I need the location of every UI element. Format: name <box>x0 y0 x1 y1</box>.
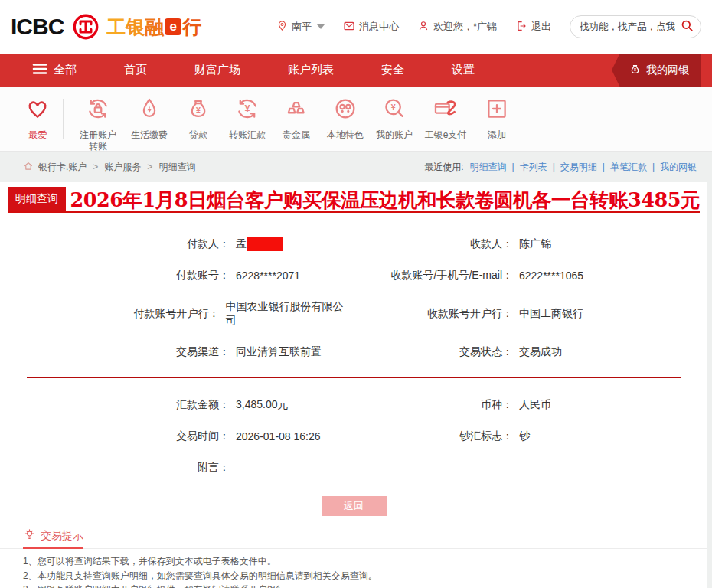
search-input[interactable] <box>580 21 675 32</box>
svg-text:¥: ¥ <box>196 106 201 115</box>
quick-item-my-account[interactable]: ¥ 我的账户 <box>370 96 419 141</box>
divider: | <box>512 162 514 172</box>
channel-value: 同业清算互联前置 <box>236 345 322 359</box>
money-bag-icon: ¥ <box>629 63 642 78</box>
svg-text:¥: ¥ <box>391 103 396 112</box>
nav-item-security[interactable]: 安全 <box>381 63 404 77</box>
quick-item-label: 注册账户转账 <box>77 129 119 152</box>
logout-label: 退出 <box>531 20 551 34</box>
heart-icon <box>24 96 51 125</box>
page: ICBC 工银融e行 南平 <box>0 0 712 588</box>
bulb-icon <box>23 528 36 544</box>
nav-item-all[interactable]: 全部 <box>32 63 77 77</box>
quick-item-register-transfer[interactable]: 注册账户转账 <box>71 96 125 152</box>
main-nav: 全部 首页 财富广场 账户列表 安全 设置 ¥ 我的网银 <box>0 54 712 87</box>
divider: | <box>652 162 655 172</box>
payee-account-value: 6222****1065 <box>519 270 583 282</box>
svg-text:¥: ¥ <box>634 67 636 72</box>
recent-link-transaction-detail[interactable]: 交易明细 <box>560 161 597 174</box>
bank-logo[interactable]: ICBC 工银融e行 <box>11 12 201 41</box>
time-value: 2026-01-08 16:26 <box>236 430 321 443</box>
form-row-payer-payee: 付款人： 孟 收款人： 陈广锦 <box>0 237 707 251</box>
register-transfer-icon <box>85 96 111 125</box>
breadcrumb-separator: > <box>147 162 152 172</box>
tab-detail-query[interactable]: 明细查询 <box>8 187 66 211</box>
breadcrumb-segment[interactable]: 明细查询 <box>158 161 195 174</box>
logout-button[interactable]: 退出 <box>515 20 551 34</box>
user-icon <box>417 20 429 34</box>
red-divider <box>27 377 681 378</box>
chevron-down-icon <box>317 24 325 29</box>
tip-item: 3、网银互联账户明细由开户银行提供，如有疑问请联系开户银行。 <box>23 583 684 588</box>
quick-item-label: 生活缴费 <box>131 129 168 141</box>
form-row-channel-status: 交易渠道： 同业清算互联前置 交易状态： 交易成功 <box>0 345 707 359</box>
transaction-tips: 交易提示 1、您可以将查询结果下载，并保存到文本或电子表格文件中。 2、本功能只… <box>0 528 707 588</box>
search-icon[interactable] <box>680 18 694 36</box>
quick-item-label: 我的账户 <box>376 129 413 141</box>
quick-icon-row: 最爱 注册账户转账 生活缴费 <box>0 87 712 152</box>
payee-value: 陈广锦 <box>519 237 551 251</box>
breadcrumb-segment[interactable]: 银行卡.账户 <box>38 161 87 174</box>
breadcrumb-segment[interactable]: 账户服务 <box>104 161 141 174</box>
nav-item-home[interactable]: 首页 <box>124 63 147 77</box>
quick-item-life-payment[interactable]: 生活缴费 <box>125 96 174 141</box>
my-account-icon: ¥ <box>381 96 407 125</box>
payer-label: 付款人： <box>0 237 230 251</box>
welcome-label: 欢迎您，*广锦 <box>433 20 497 34</box>
quick-item-add[interactable]: 添加 <box>472 96 521 141</box>
quick-item-precious-metal[interactable]: 贵金属 <box>272 96 321 141</box>
quick-item-epay[interactable]: 工银e支付 <box>419 96 472 141</box>
home-icon[interactable] <box>23 161 34 174</box>
payer-value: 孟 <box>236 237 283 251</box>
recent-link-card-list[interactable]: 卡列表 <box>520 161 547 174</box>
payer-account-label: 付款账号： <box>0 269 230 283</box>
quick-item-label: 本地特色 <box>327 129 364 141</box>
my-ebank-badge[interactable]: ¥ 我的网银 <box>612 54 701 87</box>
cash-flag-value: 钞 <box>519 430 530 443</box>
add-icon <box>484 96 510 125</box>
status-value: 交易成功 <box>519 345 562 359</box>
tab-strip: 明细查询 2026年1月8日烟台客户购买保温压边机和长款卷圆机各一台转账3485… <box>8 182 700 213</box>
nav-item-wealth[interactable]: 财富广场 <box>194 63 240 77</box>
transfer-remit-icon: ¥ <box>234 96 260 125</box>
message-center-label: 消息中心 <box>359 20 399 34</box>
status-label: 交易状态： <box>348 345 513 359</box>
icbc-logo-text: ICBC <box>11 14 64 40</box>
divider <box>63 99 64 139</box>
amount-label: 汇款金额： <box>0 398 230 412</box>
back-button[interactable]: 返回 <box>322 496 387 516</box>
local-feature-icon <box>332 96 358 125</box>
quick-item-loan[interactable]: ¥ 贷款 <box>174 96 223 141</box>
logout-icon <box>515 20 527 34</box>
quick-item-favorites[interactable]: 最爱 <box>14 96 61 141</box>
brand-e-icon: e <box>165 18 181 35</box>
time-label: 交易时间： <box>0 430 230 443</box>
payee-label: 收款人： <box>348 237 513 251</box>
recent-link-single-remit[interactable]: 单笔汇款 <box>610 161 647 174</box>
quick-item-local-feature[interactable]: 本地特色 <box>321 96 370 141</box>
welcome-user[interactable]: 欢迎您，*广锦 <box>417 20 497 34</box>
recent-link-my-ebank[interactable]: 我的网银 <box>660 161 697 174</box>
header-right: 南平 消息中心 欢迎您，* <box>276 15 701 38</box>
message-center-link[interactable]: 消息中心 <box>343 20 399 34</box>
tip-item: 2、本功能只支持查询账户明细，如您需要查询具体交易的明细信息请到相关交易查询。 <box>23 569 684 583</box>
nav-item-accounts[interactable]: 账户列表 <box>288 63 334 77</box>
form-row-accounts: 付款账号： 6228****2071 收款账号/手机号/E-mail： 6222… <box>0 269 707 283</box>
recent-used-label: 最近使用: <box>424 161 463 174</box>
search-box[interactable] <box>570 15 701 38</box>
recent-link-detail-query[interactable]: 明细查询 <box>470 161 507 174</box>
divider: | <box>603 162 605 172</box>
payer-bank-value: 中国农业银行股份有限公司 <box>226 300 348 328</box>
form-row-banks: 付款账号开户行： 中国农业银行股份有限公司 收款账号开户行： 中国工商银行 <box>0 300 707 328</box>
quick-item-label: 最爱 <box>28 129 47 141</box>
quick-item-transfer-remit[interactable]: ¥ 转账汇款 <box>223 96 272 141</box>
tips-list: 1、您可以将查询结果下载，并保存到文本或电子表格文件中。 2、本功能只支持查询账… <box>0 549 707 588</box>
recent-used: 最近使用: 明细查询| 卡列表| 交易明细| 单笔汇款| 我的网银 <box>424 161 697 174</box>
envelope-icon <box>343 20 355 34</box>
form-row-memo: 附言： <box>0 461 707 475</box>
nav-item-settings[interactable]: 设置 <box>452 63 475 77</box>
payer-account-value: 6228****2071 <box>236 270 300 282</box>
tips-header: 交易提示 <box>0 528 707 549</box>
tip-item: 1、您可以将查询结果下载，并保存到文本或电子表格文件中。 <box>23 554 684 569</box>
location-selector[interactable]: 南平 <box>276 20 325 34</box>
